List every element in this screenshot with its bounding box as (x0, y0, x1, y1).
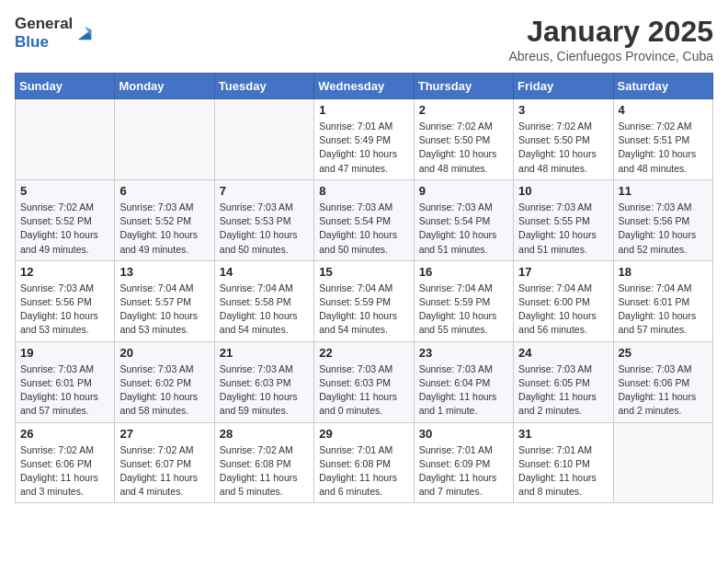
day-number: 19 (20, 346, 109, 360)
day-info: Sunrise: 7:03 AM Sunset: 6:04 PM Dayligh… (419, 362, 508, 419)
day-info: Sunrise: 7:03 AM Sunset: 5:56 PM Dayligh… (20, 282, 109, 338)
day-number: 27 (119, 427, 209, 441)
location-subtitle: Abreus, Cienfuegos Province, Cuba (508, 49, 713, 63)
calendar-cell: 3Sunrise: 7:02 AM Sunset: 5:50 PM Daylig… (514, 99, 613, 180)
day-info: Sunrise: 7:02 AM Sunset: 5:50 PM Dayligh… (419, 120, 508, 176)
calendar-cell: 25Sunrise: 7:03 AM Sunset: 6:06 PM Dayli… (613, 341, 712, 422)
day-number: 29 (319, 427, 408, 441)
day-number: 12 (20, 265, 109, 279)
calendar-header-row: SundayMondayTuesdayWednesdayThursdayFrid… (16, 74, 713, 99)
day-info: Sunrise: 7:04 AM Sunset: 5:59 PM Dayligh… (419, 282, 508, 338)
calendar-cell: 19Sunrise: 7:03 AM Sunset: 6:01 PM Dayli… (16, 341, 115, 422)
day-info: Sunrise: 7:03 AM Sunset: 5:52 PM Dayligh… (119, 201, 209, 257)
day-number: 25 (619, 346, 708, 360)
calendar-cell: 15Sunrise: 7:04 AM Sunset: 5:59 PM Dayli… (314, 260, 414, 341)
day-info: Sunrise: 7:03 AM Sunset: 6:03 PM Dayligh… (220, 362, 309, 419)
day-number: 30 (419, 427, 508, 441)
day-number: 15 (319, 265, 408, 279)
calendar-cell: 5Sunrise: 7:02 AM Sunset: 5:52 PM Daylig… (16, 179, 115, 260)
calendar-cell: 28Sunrise: 7:02 AM Sunset: 6:08 PM Dayli… (214, 422, 313, 503)
day-info: Sunrise: 7:04 AM Sunset: 5:58 PM Dayligh… (220, 282, 309, 338)
day-number: 8 (319, 184, 408, 198)
calendar-day-header: Wednesday (314, 74, 414, 99)
logo: General Blue (15, 15, 95, 52)
day-number: 11 (619, 184, 708, 198)
calendar-cell: 29Sunrise: 7:01 AM Sunset: 6:08 PM Dayli… (314, 422, 414, 503)
day-info: Sunrise: 7:04 AM Sunset: 6:01 PM Dayligh… (619, 282, 708, 338)
calendar-cell: 10Sunrise: 7:03 AM Sunset: 5:55 PM Dayli… (514, 179, 613, 260)
calendar-cell: 31Sunrise: 7:01 AM Sunset: 6:10 PM Dayli… (514, 422, 613, 503)
day-number: 16 (419, 265, 508, 279)
day-info: Sunrise: 7:01 AM Sunset: 6:09 PM Dayligh… (419, 443, 508, 500)
day-number: 4 (619, 103, 708, 117)
calendar-cell (16, 99, 115, 180)
day-info: Sunrise: 7:02 AM Sunset: 5:50 PM Dayligh… (518, 120, 608, 176)
day-info: Sunrise: 7:01 AM Sunset: 5:49 PM Dayligh… (319, 120, 408, 176)
title-section: January 2025 Abreus, Cienfuegos Province… (508, 15, 713, 63)
calendar-day-header: Saturday (613, 74, 712, 99)
calendar-cell: 2Sunrise: 7:02 AM Sunset: 5:50 PM Daylig… (414, 99, 513, 180)
day-info: Sunrise: 7:03 AM Sunset: 5:53 PM Dayligh… (220, 201, 309, 257)
day-number: 3 (518, 103, 608, 117)
calendar-cell: 6Sunrise: 7:03 AM Sunset: 5:52 PM Daylig… (115, 179, 214, 260)
day-info: Sunrise: 7:01 AM Sunset: 6:10 PM Dayligh… (518, 443, 608, 500)
day-number: 10 (518, 184, 608, 198)
day-number: 14 (220, 265, 309, 279)
calendar-cell: 22Sunrise: 7:03 AM Sunset: 6:03 PM Dayli… (314, 341, 414, 422)
day-info: Sunrise: 7:03 AM Sunset: 6:01 PM Dayligh… (20, 362, 109, 419)
day-number: 13 (119, 265, 209, 279)
day-number: 9 (419, 184, 508, 198)
calendar-cell (214, 99, 313, 180)
logo-blue: Blue (15, 33, 73, 52)
calendar-cell: 11Sunrise: 7:03 AM Sunset: 5:56 PM Dayli… (613, 179, 712, 260)
day-number: 24 (518, 346, 608, 360)
calendar-table: SundayMondayTuesdayWednesdayThursdayFrid… (15, 73, 713, 503)
day-info: Sunrise: 7:02 AM Sunset: 6:07 PM Dayligh… (119, 443, 209, 500)
day-info: Sunrise: 7:03 AM Sunset: 5:56 PM Dayligh… (619, 201, 708, 257)
calendar-cell: 27Sunrise: 7:02 AM Sunset: 6:07 PM Dayli… (115, 422, 214, 503)
day-info: Sunrise: 7:03 AM Sunset: 5:54 PM Dayligh… (419, 201, 508, 257)
day-info: Sunrise: 7:03 AM Sunset: 6:02 PM Dayligh… (119, 362, 209, 419)
calendar-cell: 17Sunrise: 7:04 AM Sunset: 6:00 PM Dayli… (514, 260, 613, 341)
calendar-week-row: 1Sunrise: 7:01 AM Sunset: 5:49 PM Daylig… (16, 99, 713, 180)
day-info: Sunrise: 7:03 AM Sunset: 6:06 PM Dayligh… (619, 362, 708, 419)
day-number: 5 (20, 184, 109, 198)
calendar-day-header: Monday (115, 74, 214, 99)
logo-icon (74, 23, 95, 43)
logo-general: General (15, 15, 73, 33)
day-info: Sunrise: 7:03 AM Sunset: 5:55 PM Dayligh… (518, 201, 608, 257)
calendar-day-header: Sunday (16, 74, 115, 99)
day-info: Sunrise: 7:04 AM Sunset: 6:00 PM Dayligh… (518, 282, 608, 338)
day-number: 22 (319, 346, 408, 360)
calendar-cell: 7Sunrise: 7:03 AM Sunset: 5:53 PM Daylig… (214, 179, 313, 260)
day-info: Sunrise: 7:03 AM Sunset: 6:05 PM Dayligh… (518, 362, 608, 419)
calendar-cell: 21Sunrise: 7:03 AM Sunset: 6:03 PM Dayli… (214, 341, 313, 422)
day-number: 23 (419, 346, 508, 360)
day-number: 28 (220, 427, 309, 441)
day-info: Sunrise: 7:04 AM Sunset: 5:59 PM Dayligh… (319, 282, 408, 338)
calendar-cell (613, 422, 712, 503)
calendar-week-row: 12Sunrise: 7:03 AM Sunset: 5:56 PM Dayli… (16, 260, 713, 341)
day-info: Sunrise: 7:02 AM Sunset: 6:08 PM Dayligh… (220, 443, 309, 500)
calendar-cell: 13Sunrise: 7:04 AM Sunset: 5:57 PM Dayli… (115, 260, 214, 341)
day-number: 17 (518, 265, 608, 279)
calendar-cell (115, 99, 214, 180)
day-number: 6 (119, 184, 209, 198)
calendar-cell: 14Sunrise: 7:04 AM Sunset: 5:58 PM Dayli… (214, 260, 313, 341)
day-number: 31 (518, 427, 608, 441)
calendar-day-header: Thursday (414, 74, 513, 99)
day-info: Sunrise: 7:02 AM Sunset: 5:51 PM Dayligh… (619, 120, 708, 176)
page-header: General Blue January 2025 Abreus, Cienfu… (15, 15, 713, 63)
calendar-cell: 18Sunrise: 7:04 AM Sunset: 6:01 PM Dayli… (613, 260, 712, 341)
day-info: Sunrise: 7:04 AM Sunset: 5:57 PM Dayligh… (119, 282, 209, 338)
calendar-day-header: Tuesday (214, 74, 313, 99)
calendar-cell: 1Sunrise: 7:01 AM Sunset: 5:49 PM Daylig… (314, 99, 414, 180)
day-number: 26 (20, 427, 109, 441)
calendar-cell: 24Sunrise: 7:03 AM Sunset: 6:05 PM Dayli… (514, 341, 613, 422)
calendar-day-header: Friday (514, 74, 613, 99)
day-info: Sunrise: 7:03 AM Sunset: 5:54 PM Dayligh… (319, 201, 408, 257)
calendar-week-row: 19Sunrise: 7:03 AM Sunset: 6:01 PM Dayli… (16, 341, 713, 422)
day-number: 21 (220, 346, 309, 360)
calendar-week-row: 26Sunrise: 7:02 AM Sunset: 6:06 PM Dayli… (16, 422, 713, 503)
day-info: Sunrise: 7:01 AM Sunset: 6:08 PM Dayligh… (319, 443, 408, 500)
